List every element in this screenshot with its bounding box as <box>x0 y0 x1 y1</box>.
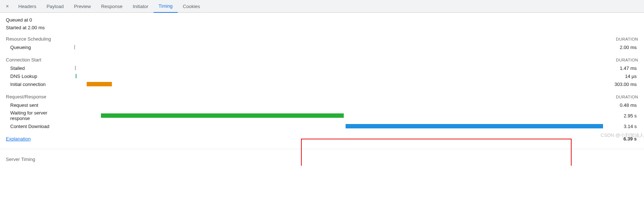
bar-initial-connection <box>87 82 112 86</box>
row-label: Content Download <box>6 124 68 129</box>
duration-header: DURATION <box>616 37 638 41</box>
row-duration: 0.48 ms <box>602 102 638 108</box>
queued-at-text: Queued at 0 <box>6 17 638 23</box>
section-resource-scheduling: Resource Scheduling DURATION <box>6 36 638 42</box>
timing-row-initial-connection: Initial connection 303.00 ms <box>6 80 638 88</box>
row-label: DNS Lookup <box>6 74 68 79</box>
timing-row-waiting: Waiting for server response 2.95 s <box>6 109 638 122</box>
row-label: Waiting for server response <box>6 110 68 121</box>
tab-preview[interactable]: Preview <box>69 0 96 13</box>
bar-area <box>68 123 602 129</box>
row-label: Request sent <box>6 102 68 108</box>
timing-content: Queued at 0 Started at 2.00 ms Resource … <box>0 13 644 145</box>
duration-header: DURATION <box>616 58 638 62</box>
started-at-text: Started at 2.00 ms <box>6 25 638 30</box>
row-duration: 2.00 ms <box>602 45 638 50</box>
tab-cookies[interactable]: Cookies <box>178 0 205 13</box>
row-label: Stalled <box>6 65 68 71</box>
explanation-link[interactable]: Explanation <box>6 136 31 142</box>
annotation-highlight-box <box>301 139 572 166</box>
row-label: Initial connection <box>6 82 68 87</box>
bar-content-download <box>346 124 603 128</box>
bar-stalled <box>75 66 76 70</box>
timing-row-content-download: Content Download 3.14 s <box>6 122 638 130</box>
section-title: Resource Scheduling <box>6 36 51 42</box>
tab-timing[interactable]: Timing <box>154 0 178 13</box>
section-connection-start: Connection Start DURATION <box>6 57 638 63</box>
bar-waiting <box>101 113 344 118</box>
row-duration: 14 µs <box>602 74 638 79</box>
row-label: Queueing <box>6 45 68 50</box>
section-request-response: Request/Response DURATION <box>6 94 638 100</box>
timing-row-dns-lookup: DNS Lookup 14 µs <box>6 72 638 80</box>
section-title: Connection Start <box>6 57 41 63</box>
tab-headers[interactable]: Headers <box>13 0 41 13</box>
duration-header: DURATION <box>616 95 638 99</box>
bar-area <box>68 65 602 71</box>
timing-row-stalled: Stalled 1.47 ms <box>6 64 638 72</box>
close-icon[interactable]: × <box>3 2 12 11</box>
server-timing-title: Server Timing <box>6 157 35 162</box>
bar-area <box>68 81 602 87</box>
tab-payload[interactable]: Payload <box>41 0 69 13</box>
bar-area <box>68 73 602 79</box>
bar-area <box>68 44 602 50</box>
total-time: 6.39 s <box>624 136 638 142</box>
bar-queueing <box>74 45 75 49</box>
tab-bar: × Headers Payload Preview Response Initi… <box>0 0 644 13</box>
row-duration: 303.00 ms <box>602 82 638 87</box>
tab-initiator[interactable]: Initiator <box>128 0 154 13</box>
bar-area <box>68 102 602 108</box>
row-duration: 3.14 s <box>602 124 638 129</box>
tab-response[interactable]: Response <box>96 0 128 13</box>
bar-dns <box>76 74 76 78</box>
row-duration: 2.95 s <box>602 113 638 119</box>
timing-row-request-sent: Request sent 0.48 ms <box>6 101 638 109</box>
section-title: Request/Response <box>6 94 46 100</box>
row-duration: 1.47 ms <box>602 65 638 71</box>
bar-area <box>68 113 602 119</box>
timing-row-queueing: Queueing 2.00 ms <box>6 43 638 51</box>
